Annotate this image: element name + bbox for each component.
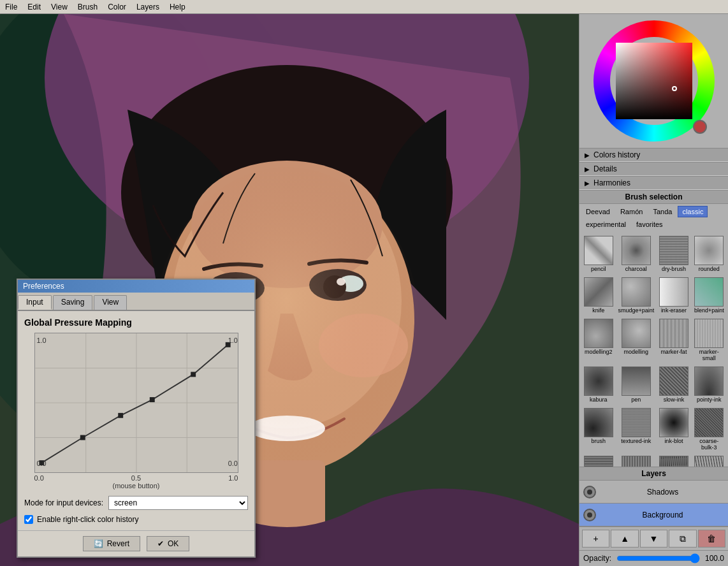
brush-item[interactable]: coarse-bulk-1 xyxy=(581,453,616,467)
brush-selection-title: Brush selection xyxy=(579,190,728,204)
brush-tab-experimental[interactable]: experimental xyxy=(581,219,630,230)
brush-item[interactable]: textured-ink xyxy=(616,405,656,453)
svg-text:0.0: 0.0 xyxy=(36,460,46,467)
brush-label: pointy-ink xyxy=(697,396,722,403)
brush-item[interactable]: rounded xyxy=(692,233,727,275)
pref-checkbox[interactable] xyxy=(24,515,33,524)
pref-revert-button[interactable]: 🔄 Revert xyxy=(83,536,140,551)
color-wheel-area[interactable] xyxy=(579,14,728,148)
menu-edit[interactable]: Edit xyxy=(22,1,46,13)
menu-file[interactable]: File xyxy=(0,1,22,13)
layers-list: Shadows Background xyxy=(579,481,728,526)
layer-duplicate-button[interactable]: ⧉ xyxy=(669,530,696,548)
details-section[interactable]: ▶ Details xyxy=(579,162,728,176)
graph-x-max: 1.0 xyxy=(228,474,238,482)
layer-eye-shadows[interactable] xyxy=(582,484,597,500)
brush-item[interactable]: pointy-ink xyxy=(692,364,727,405)
opacity-value: 100.0 xyxy=(705,554,724,563)
brush-tab-classic[interactable]: classic xyxy=(678,206,708,217)
color-cursor xyxy=(672,86,677,91)
brush-item[interactable]: ink-blot xyxy=(656,405,691,453)
color-square[interactable] xyxy=(616,43,692,119)
pref-section-title: Global Pressure Mapping xyxy=(24,317,248,328)
brush-item[interactable]: coarse-bulk-2 xyxy=(616,453,656,467)
brush-item[interactable]: slow-ink xyxy=(656,364,691,405)
canvas-area[interactable]: Preferences Input Saving View Global Pre… xyxy=(0,14,579,566)
brush-thumb xyxy=(659,366,688,396)
ok-icon: ✔ xyxy=(157,539,164,548)
brush-item[interactable]: smudge+paint xyxy=(616,275,656,316)
graph-x-label: (mouse button) xyxy=(113,482,160,490)
brush-item[interactable]: ink-eraser xyxy=(656,275,691,316)
menu-brush[interactable]: Brush xyxy=(73,1,103,13)
brush-label: modelling xyxy=(624,349,649,355)
color-wheel-container[interactable] xyxy=(593,20,715,142)
pressure-graph[interactable]: 1.0 0.0 1.0 0.0 xyxy=(34,333,238,473)
brush-and-layers: Brush selection Deevad Ramón Tanda class… xyxy=(579,190,728,566)
pref-mode-row: Mode for input devices: screen stylus er… xyxy=(24,496,248,510)
pref-ok-button[interactable]: ✔ OK xyxy=(147,536,189,551)
pref-tab-saving[interactable]: Saving xyxy=(53,295,93,310)
layer-add-button[interactable]: + xyxy=(582,530,609,548)
brush-thumb xyxy=(694,408,724,437)
brush-item[interactable]: coarse-bulk-3 xyxy=(692,405,727,453)
brush-item[interactable]: dry-brush xyxy=(656,233,691,275)
brush-item[interactable]: charcoal xyxy=(616,233,656,275)
brush-selection: Brush selection Deevad Ramón Tanda class… xyxy=(579,190,728,467)
brush-thumb xyxy=(622,408,651,437)
brush-thumb xyxy=(659,408,688,437)
layers-title: Layers xyxy=(579,467,728,481)
brush-label: marker-fat xyxy=(660,349,687,355)
layer-delete-button[interactable]: 🗑 xyxy=(698,530,725,548)
brush-tab-ramon[interactable]: Ramón xyxy=(616,206,647,217)
brush-item[interactable]: modelling2 xyxy=(581,316,616,364)
layer-down-button[interactable]: ▼ xyxy=(640,530,667,548)
menu-view[interactable]: View xyxy=(46,1,73,13)
brush-item[interactable]: short-grass xyxy=(656,453,691,467)
brush-item[interactable]: pen xyxy=(616,364,656,405)
brush-tabs: Deevad Ramón Tanda classic experimental … xyxy=(579,204,728,232)
menu-layers[interactable]: Layers xyxy=(131,1,164,13)
brush-label: pen xyxy=(631,396,641,403)
opacity-slider[interactable] xyxy=(616,553,700,563)
pref-mode-label: Mode for input devices: xyxy=(24,498,103,507)
brush-tab-deevad[interactable]: Deevad xyxy=(581,206,615,217)
brush-thumb xyxy=(694,456,724,467)
menubar: File Edit View Brush Color Layers Help xyxy=(0,0,728,14)
details-arrow: ▶ xyxy=(585,166,590,173)
pref-tab-view[interactable]: View xyxy=(94,295,127,310)
svg-rect-30 xyxy=(149,397,154,402)
layer-row-background[interactable]: Background xyxy=(579,504,728,526)
brush-label: charcoal xyxy=(625,266,647,272)
menu-help[interactable]: Help xyxy=(164,1,191,13)
layer-row-shadows[interactable]: Shadows xyxy=(579,481,728,504)
brush-item[interactable]: brush xyxy=(581,405,616,453)
opacity-row: Opacity: 100.0 xyxy=(579,550,728,566)
pref-mode-select[interactable]: screen stylus eraser xyxy=(108,496,248,510)
brush-label: knife xyxy=(592,307,604,314)
brush-label: smudge+paint xyxy=(618,307,654,314)
harmonies-section[interactable]: ▶ Harmonies xyxy=(579,176,728,190)
brush-item[interactable]: knife xyxy=(581,275,616,316)
pref-tab-input[interactable]: Input xyxy=(18,295,52,310)
brush-item[interactable]: blend+paint xyxy=(692,275,727,316)
colors-history-section[interactable]: ▶ Colors history xyxy=(579,148,728,162)
layer-up-button[interactable]: ▲ xyxy=(611,530,638,548)
brush-item[interactable]: marker-small xyxy=(692,316,727,364)
brush-tab-favorites[interactable]: favorites xyxy=(632,219,667,230)
current-color-swatch[interactable] xyxy=(693,120,707,134)
brush-thumb xyxy=(584,456,613,467)
layer-eye-background[interactable] xyxy=(582,507,597,523)
brush-tab-tanda[interactable]: Tanda xyxy=(648,206,676,217)
layers-toolbar: + ▲ ▼ ⧉ 🗑 xyxy=(579,526,728,550)
svg-text:0.0: 0.0 xyxy=(228,460,237,467)
brush-thumb xyxy=(694,236,724,265)
menu-color[interactable]: Color xyxy=(103,1,131,13)
brush-item[interactable]: modelling xyxy=(616,316,656,364)
pref-tabs: Input Saving View xyxy=(18,293,254,311)
brush-item[interactable]: pencil xyxy=(581,233,616,275)
brush-item[interactable]: long-grass xyxy=(692,453,727,467)
brush-item[interactable]: kabura xyxy=(581,364,616,405)
pref-checkbox-label: Enable right-click color history xyxy=(37,515,138,524)
brush-item[interactable]: marker-fat xyxy=(656,316,691,364)
